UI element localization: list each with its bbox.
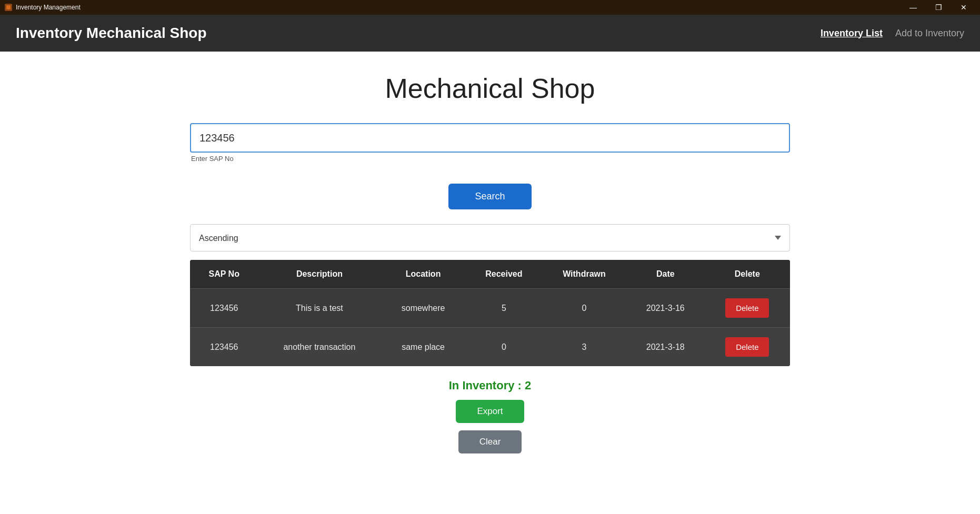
table-row: 123456 another transaction same place 0 …	[190, 328, 790, 367]
col-header-sap-no: SAP No	[190, 260, 258, 289]
app-icon	[4, 3, 13, 12]
cell-delete: Delete	[705, 328, 790, 367]
inventory-count: In Inventory : 2	[449, 379, 531, 392]
nav-link-add-to-inventory[interactable]: Add to Inventory	[895, 28, 964, 39]
search-hint: Enter SAP No	[191, 155, 790, 163]
table-wrap: SAP No Description Location Received Wit…	[190, 260, 790, 366]
svg-rect-1	[6, 5, 11, 9]
cell-withdrawn: 0	[542, 289, 626, 328]
delete-button-row-0[interactable]: Delete	[725, 298, 769, 318]
col-header-received: Received	[466, 260, 542, 289]
cell-location: same place	[381, 328, 465, 367]
nav-links: Inventory List Add to Inventory	[821, 28, 964, 39]
cell-location: somewhere	[381, 289, 465, 328]
page-title: Mechanical Shop	[385, 73, 595, 104]
cell-sap-no: 123456	[190, 328, 258, 367]
title-bar: Inventory Management — ❐ ✕	[0, 0, 980, 15]
footer-area: In Inventory : 2 Export Clear	[449, 379, 531, 453]
cell-received: 0	[466, 328, 542, 367]
minimize-button[interactable]: —	[901, 0, 925, 15]
window-controls[interactable]: — ❐ ✕	[901, 0, 976, 15]
sort-select[interactable]: Ascending Descending	[190, 224, 790, 251]
sort-area: Ascending Descending	[190, 224, 790, 251]
title-bar-left: Inventory Management	[4, 3, 81, 12]
close-button[interactable]: ✕	[952, 0, 976, 15]
maximize-button[interactable]: ❐	[926, 0, 951, 15]
cell-description: another transaction	[258, 328, 381, 367]
cell-sap-no: 123456	[190, 289, 258, 328]
nav-bar: Inventory Mechanical Shop Inventory List…	[0, 15, 980, 52]
inventory-table: SAP No Description Location Received Wit…	[190, 260, 790, 366]
cell-delete: Delete	[705, 289, 790, 328]
search-area: Enter SAP No	[190, 123, 790, 163]
main-content: Mechanical Shop Enter SAP No Search Asce…	[0, 52, 980, 514]
nav-link-inventory-list[interactable]: Inventory List	[821, 28, 883, 39]
nav-title: Inventory Mechanical Shop	[16, 25, 207, 42]
col-header-delete: Delete	[705, 260, 790, 289]
cell-received: 5	[466, 289, 542, 328]
search-input[interactable]	[190, 123, 790, 153]
cell-date: 2021-3-16	[626, 289, 705, 328]
col-header-withdrawn: Withdrawn	[542, 260, 626, 289]
col-header-location: Location	[381, 260, 465, 289]
col-header-description: Description	[258, 260, 381, 289]
table-header-row: SAP No Description Location Received Wit…	[190, 260, 790, 289]
table-row: 123456 This is a test somewhere 5 0 2021…	[190, 289, 790, 328]
col-header-date: Date	[626, 260, 705, 289]
clear-button[interactable]: Clear	[458, 430, 522, 453]
search-button-wrap: Search	[448, 184, 531, 209]
cell-withdrawn: 3	[542, 328, 626, 367]
app-title: Inventory Management	[16, 4, 81, 11]
delete-button-row-1[interactable]: Delete	[725, 337, 769, 357]
cell-date: 2021-3-18	[626, 328, 705, 367]
search-button[interactable]: Search	[448, 184, 531, 209]
export-button[interactable]: Export	[456, 400, 524, 423]
cell-description: This is a test	[258, 289, 381, 328]
